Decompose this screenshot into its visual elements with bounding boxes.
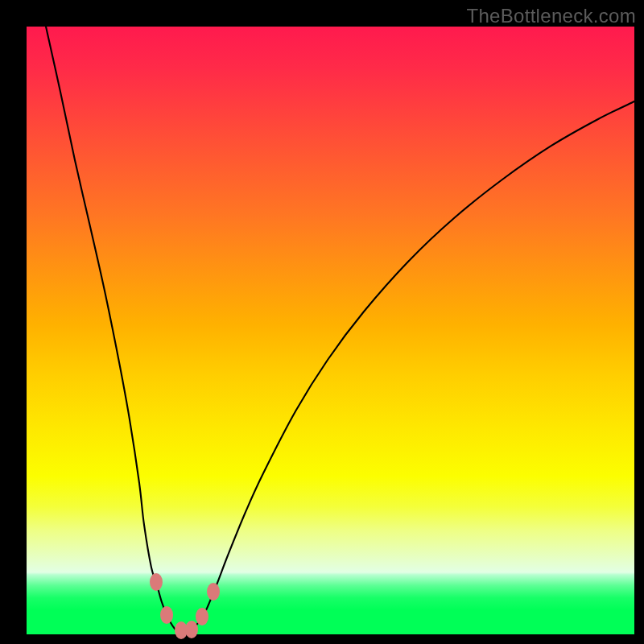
bottleneck-curve (46, 27, 634, 632)
curve-markers (150, 573, 220, 639)
curve-marker (185, 621, 198, 638)
curve-marker (160, 606, 173, 624)
curve-marker (196, 608, 208, 625)
curve-marker (207, 583, 220, 601)
watermark-text: TheBottleneck.com (466, 5, 636, 27)
curve-svg (27, 27, 634, 634)
plot-area (27, 27, 634, 634)
chart-frame: TheBottleneck.com (0, 0, 644, 644)
curve-marker (150, 573, 163, 591)
